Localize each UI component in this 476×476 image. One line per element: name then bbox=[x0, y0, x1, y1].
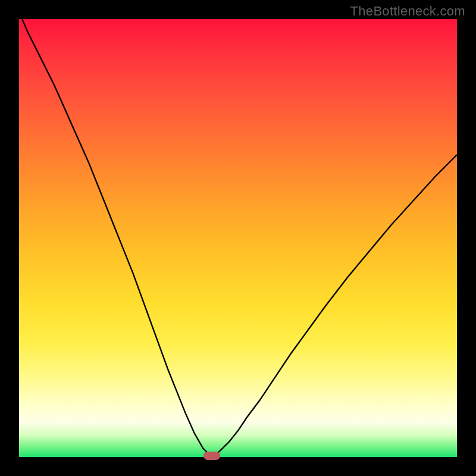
watermark-text: TheBottleneck.com bbox=[350, 4, 465, 19]
plot-area bbox=[19, 19, 457, 457]
optimal-marker bbox=[203, 452, 220, 460]
chart-frame: TheBottleneck.com bbox=[0, 0, 476, 476]
bottleneck-curve bbox=[22, 19, 457, 456]
curve-svg bbox=[19, 19, 457, 457]
